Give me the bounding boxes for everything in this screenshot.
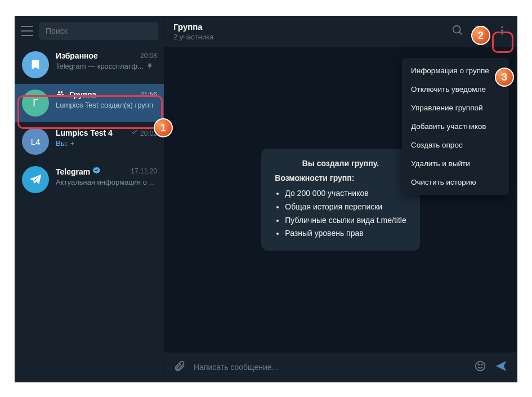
avatar: L4 bbox=[22, 128, 49, 155]
search-input[interactable] bbox=[39, 22, 158, 40]
svg-point-6 bbox=[501, 33, 503, 34]
chat-name: Lumpics Test 4 bbox=[56, 128, 113, 137]
more-icon[interactable] bbox=[497, 25, 508, 38]
attach-icon[interactable] bbox=[173, 360, 186, 374]
chat-subtitle: 2 участника bbox=[173, 33, 451, 41]
chat-item-telegram[interactable]: Telegram 17.11.20 Актуальная информация … bbox=[15, 160, 164, 199]
service-subtitle: Возможности групп: bbox=[275, 173, 406, 182]
svg-point-7 bbox=[476, 362, 485, 371]
service-feature: Общая история переписки bbox=[285, 200, 406, 214]
chat-name: Группа bbox=[56, 90, 96, 99]
you-prefix: Вы: bbox=[56, 139, 68, 148]
emoji-icon[interactable] bbox=[474, 360, 486, 374]
chat-header-info[interactable]: Группа 2 участника bbox=[173, 22, 451, 41]
chat-sidebar: Избранное 20:08 Telegram — кроссплатф...… bbox=[15, 16, 164, 382]
service-feature: Разный уровень прав bbox=[285, 227, 406, 240]
annotation-badge-3: 3 bbox=[495, 68, 514, 87]
chat-time: 21:56 bbox=[140, 91, 157, 99]
menu-group-info[interactable]: Информация о группе bbox=[402, 61, 509, 80]
chat-preview: Актуальная информация о ... bbox=[56, 178, 157, 186]
group-icon bbox=[56, 90, 65, 97]
annotation-badge-2: 2 bbox=[471, 26, 490, 45]
svg-point-9 bbox=[481, 364, 482, 365]
menu-button[interactable] bbox=[21, 26, 33, 36]
chat-time: 17.11.20 bbox=[131, 167, 157, 175]
service-title: Вы создали группу. bbox=[275, 159, 406, 168]
message-input[interactable]: Написать сообщение... bbox=[194, 363, 466, 372]
service-feature: До 200 000 участников bbox=[285, 187, 406, 200]
annotation-badge-1: 1 bbox=[154, 118, 173, 137]
menu-clear-history[interactable]: Очистить историю bbox=[402, 173, 509, 191]
avatar: Г bbox=[22, 90, 49, 117]
svg-point-8 bbox=[478, 364, 479, 365]
menu-delete-exit[interactable]: Удалить и выйти bbox=[402, 154, 509, 173]
menu-mute[interactable]: Отключить уведомле bbox=[402, 80, 509, 99]
chat-list: Избранное 20:08 Telegram — кроссплатф...… bbox=[15, 46, 164, 382]
chat-header: Группа 2 участника bbox=[164, 16, 517, 47]
svg-point-5 bbox=[501, 29, 503, 31]
svg-line-1 bbox=[459, 32, 462, 35]
chat-preview: Lumpics Test создал(а) групп bbox=[56, 101, 157, 109]
verified-icon bbox=[92, 166, 101, 175]
chat-time: 20:08 bbox=[140, 52, 157, 60]
chat-name: Telegram bbox=[56, 166, 101, 176]
chat-item-saved[interactable]: Избранное 20:08 Telegram — кроссплатф... bbox=[15, 46, 164, 84]
chat-item-lumpics[interactable]: L4 Lumpics Test 4 20:02 bbox=[15, 122, 164, 160]
check-icon bbox=[131, 128, 138, 136]
context-menu: Информация о группе Отключить уведомле У… bbox=[402, 58, 509, 195]
service-message: Вы создали группу. Возможности групп: До… bbox=[261, 149, 419, 251]
bookmark-icon bbox=[22, 51, 49, 78]
search-icon[interactable] bbox=[451, 24, 464, 39]
menu-create-poll[interactable]: Создать опрос bbox=[402, 136, 509, 154]
send-icon[interactable] bbox=[494, 359, 508, 375]
telegram-icon bbox=[22, 166, 49, 193]
chat-time: 20:02 bbox=[131, 128, 157, 137]
service-feature: Публичные ссылки вида t.me/title bbox=[285, 214, 406, 228]
chat-title: Группа bbox=[173, 22, 451, 32]
chat-main: Группа 2 участника Вы со bbox=[164, 16, 517, 382]
chat-name: Избранное bbox=[56, 51, 98, 60]
message-composer: Написать сообщение... bbox=[164, 353, 517, 382]
svg-point-4 bbox=[501, 26, 503, 28]
menu-add-members[interactable]: Добавить участников bbox=[402, 117, 509, 136]
pin-icon bbox=[146, 63, 154, 70]
chat-preview: Telegram — кроссплатф... bbox=[56, 62, 144, 70]
chat-preview: + bbox=[70, 139, 75, 148]
menu-manage-group[interactable]: Управление группой bbox=[402, 99, 509, 117]
chat-item-group[interactable]: Г Группа 21:56 Lumpics Test создал(а) bbox=[15, 84, 164, 122]
svg-point-0 bbox=[453, 26, 461, 33]
